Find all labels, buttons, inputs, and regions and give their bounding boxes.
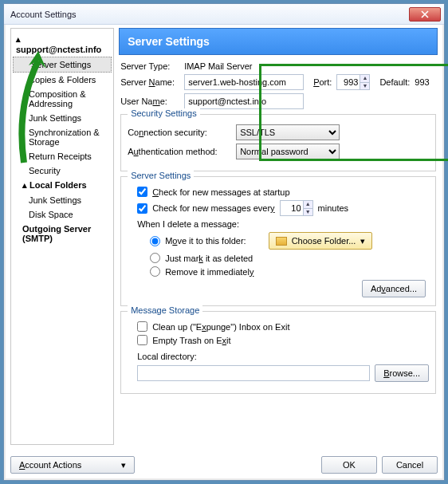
emptytrash-row: Empty Trash on Exit bbox=[137, 335, 429, 345]
sidebar-item-security[interactable]: Security bbox=[11, 163, 113, 178]
sidebar-item-junk[interactable]: Junk Settings bbox=[11, 111, 113, 125]
check-every-pre: Check for new messages every bbox=[152, 203, 274, 213]
user-name-input[interactable] bbox=[184, 93, 304, 109]
check-every-row: Check for new messages every ▲▼ minutes bbox=[137, 200, 429, 216]
opt-remove-radio[interactable] bbox=[150, 266, 160, 277]
connection-security-label: Connection security: bbox=[128, 128, 231, 137]
delete-label: When I delete a message: bbox=[137, 219, 429, 229]
sidebar-local-folders[interactable]: ▴ Local Folders bbox=[11, 178, 113, 193]
sidebar-item-sync[interactable]: Synchronization & Storage bbox=[11, 125, 113, 149]
opt-remove-row: Remove it immediately bbox=[150, 266, 429, 277]
cancel-button[interactable]: Cancel bbox=[382, 456, 438, 474]
cleanup-row: Clean up ("Expunge") Inbox on Exit bbox=[137, 321, 429, 332]
sidebar-item-return-receipts[interactable]: Return Receipts bbox=[11, 149, 113, 163]
close-icon bbox=[421, 10, 429, 18]
user-name-label: User Name: bbox=[120, 96, 179, 106]
port-label: Port: bbox=[313, 77, 332, 87]
opt-remove-label: Remove it immediately bbox=[165, 267, 253, 277]
message-storage-group: Message Storage Clean up ("Expunge") Inb… bbox=[120, 311, 436, 394]
opt-move-label: Move it to this folder: bbox=[165, 236, 246, 246]
check-startup-row: Check for new messages at startup bbox=[137, 187, 429, 197]
folder-icon bbox=[276, 237, 287, 246]
account-actions-button[interactable]: Account Actions ▾ bbox=[10, 456, 135, 474]
server-settings-legend: Server Settings bbox=[128, 171, 194, 180]
row-user-name: User Name: bbox=[120, 93, 438, 109]
choose-folder-button[interactable]: Choose Folder... ▾ bbox=[269, 232, 373, 250]
localdir-input[interactable] bbox=[137, 365, 370, 381]
port-spinner[interactable]: ▲▼ bbox=[336, 74, 370, 90]
sidebar-item-server-settings[interactable]: Server Settings bbox=[13, 57, 112, 73]
browse-button[interactable]: Browse... bbox=[375, 364, 429, 382]
account-settings-window: Account Settings ▴ support@nctest.info S… bbox=[3, 3, 445, 481]
storage-legend: Message Storage bbox=[128, 305, 202, 315]
server-name-label: Server Name: bbox=[120, 77, 179, 87]
sidebar-item-disk-space[interactable]: Disk Space bbox=[11, 207, 113, 222]
sidebar: ▴ support@nctest.info Server Settings Co… bbox=[10, 28, 114, 445]
cleanup-checkbox[interactable] bbox=[137, 321, 147, 332]
localdir-label: Local directory: bbox=[137, 352, 429, 361]
check-startup-checkbox[interactable] bbox=[137, 187, 147, 197]
opt-move-radio[interactable] bbox=[150, 236, 160, 246]
server-settings-group: Server Settings Check for new messages a… bbox=[120, 176, 436, 306]
row-server-type: Server Type: IMAP Mail Server bbox=[120, 61, 438, 71]
server-type-value: IMAP Mail Server bbox=[184, 61, 252, 71]
default-port-label: Default: bbox=[379, 77, 410, 87]
panel-heading: Server Settings bbox=[119, 28, 438, 55]
connection-security-select[interactable]: SSL/TLS bbox=[236, 124, 340, 140]
sidebar-item-copies-folders[interactable]: Copies & Folders bbox=[11, 73, 113, 87]
bottom-bar: Account Actions ▾ OK Cancel bbox=[10, 456, 438, 474]
server-type-label: Server Type: bbox=[120, 61, 179, 71]
opt-mark-row: Just mark it as deleted bbox=[150, 253, 429, 263]
minutes-input[interactable] bbox=[281, 201, 303, 215]
minutes-spinner[interactable]: ▲▼ bbox=[280, 200, 313, 216]
titlebar: Account Settings bbox=[4, 4, 444, 25]
port-spin-buttons[interactable]: ▲▼ bbox=[360, 75, 369, 89]
advanced-button[interactable]: Advanced... bbox=[362, 280, 426, 297]
chevron-down-icon: ▾ bbox=[360, 236, 365, 246]
port-input[interactable] bbox=[337, 75, 360, 89]
close-button[interactable] bbox=[409, 7, 441, 22]
opt-move-row: Move it to this folder: Choose Folder...… bbox=[150, 232, 429, 250]
opt-mark-radio[interactable] bbox=[150, 253, 160, 263]
check-every-post: minutes bbox=[318, 203, 349, 213]
default-port-value: 993 bbox=[415, 77, 429, 87]
ok-button[interactable]: OK bbox=[321, 456, 377, 474]
check-every-checkbox[interactable] bbox=[137, 203, 147, 214]
check-startup-label: Check for new messages at startup bbox=[152, 187, 289, 197]
chevron-down-icon: ▾ bbox=[121, 460, 126, 470]
emptytrash-checkbox[interactable] bbox=[137, 335, 147, 345]
security-legend: Security Settings bbox=[128, 108, 200, 118]
cleanup-label: Clean up ("Expunge") Inbox on Exit bbox=[152, 322, 289, 332]
opt-mark-label: Just mark it as deleted bbox=[165, 254, 253, 263]
content-area: ▴ support@nctest.info Server Settings Co… bbox=[10, 28, 438, 445]
window-title: Account Settings bbox=[10, 10, 409, 19]
sidebar-item-local-junk[interactable]: Junk Settings bbox=[11, 193, 113, 207]
sidebar-item-composition[interactable]: Composition & Addressing bbox=[11, 87, 113, 111]
main-panel: Server Settings Server Type: IMAP Mail S… bbox=[119, 28, 438, 445]
row-server-name: Server Name: Port: ▲▼ Default: 993 bbox=[120, 74, 438, 90]
sidebar-account[interactable]: ▴ support@nctest.info bbox=[11, 32, 113, 57]
emptytrash-label: Empty Trash on Exit bbox=[152, 336, 230, 345]
security-settings-group: Security Settings Connection security: S… bbox=[120, 114, 436, 171]
server-name-input[interactable] bbox=[184, 74, 304, 90]
auth-method-label: Authentication method: bbox=[128, 147, 231, 156]
auth-method-select[interactable]: Normal password bbox=[236, 144, 340, 159]
sidebar-outgoing[interactable]: Outgoing Server (SMTP) bbox=[11, 222, 113, 246]
